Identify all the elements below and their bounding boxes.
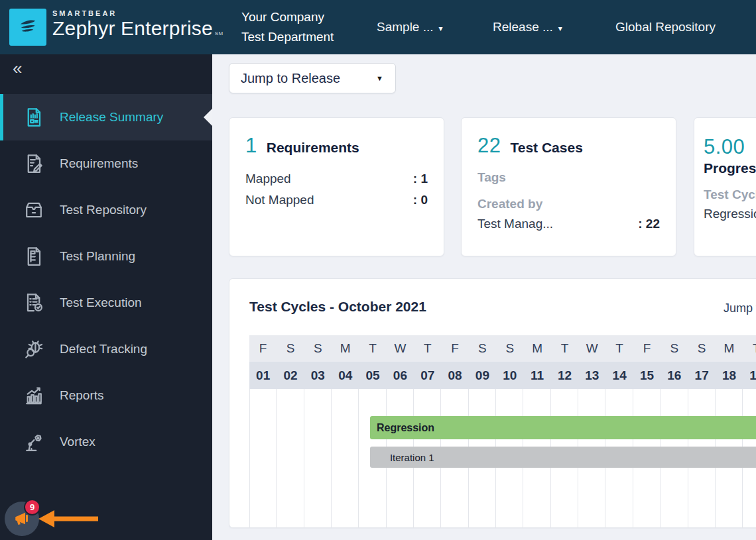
grid-column [304, 389, 332, 528]
jump-to-release-dropdown[interactable]: Jump to Release ▼ [229, 63, 396, 93]
day-number-cell: 13 [578, 362, 605, 389]
sidebar-item-label: Defect Tracking [60, 342, 147, 356]
nav-release-dropdown[interactable]: Release ... ▾ [493, 0, 562, 54]
requirements-card-title: Requirements [267, 140, 359, 156]
sidebar-item-test-planning[interactable]: Test Planning [0, 233, 212, 280]
day-number-cell: 05 [359, 362, 386, 389]
gantt-day-letters-row: FSSMTWTFSSMTWTFSSMT [249, 335, 756, 362]
sidebar-item-test-repository[interactable]: Test Repository [0, 187, 212, 233]
main-content: Jump to Release ▼ 1 Requirements Mapped … [212, 54, 756, 540]
day-number-cell: 18 [716, 362, 743, 389]
test-cases-card-title: Test Cases [510, 140, 582, 156]
day-letter-cell: M [332, 335, 359, 362]
day-letter-cell: S [496, 335, 523, 362]
day-letter-cell: S [688, 335, 716, 362]
day-letter-cell: F [249, 335, 277, 362]
mapped-label: Mapped [245, 168, 291, 189]
test-cycles-heading: Test Cycles [704, 186, 756, 204]
created-by-row: Test Manag... : 22 [477, 213, 660, 235]
sidebar-nav: Release SummaryRequirementsTest Reposito… [0, 94, 212, 465]
day-number-cell: 11 [523, 362, 550, 389]
test-planning-icon [22, 244, 46, 268]
org-line2: Test Department [241, 27, 334, 47]
sidebar-item-vortex[interactable]: Vortex [0, 419, 212, 465]
day-letter-cell: M [716, 335, 743, 362]
day-letter-cell: S [304, 335, 332, 362]
sidebar-item-defect-tracking[interactable]: Defect Tracking [0, 326, 212, 372]
zephyr-wing-icon [15, 15, 40, 40]
mapped-value: : 1 [413, 168, 428, 189]
day-letter-cell: T [743, 335, 756, 362]
grid-column [332, 389, 359, 528]
day-number-cell: 04 [332, 362, 359, 389]
jump-to-link[interactable]: Jump to [724, 301, 756, 315]
gantt-day-numbers-row: 01020304050607080910111213141516171819 [249, 362, 756, 389]
sidebar-item-label: Reports [60, 388, 104, 403]
progress-value: 5.00 [704, 135, 756, 159]
day-number-cell: 16 [661, 362, 688, 389]
mapped-row: Mapped : 1 [245, 168, 428, 189]
gantt-bar-iteration-1[interactable]: Iteration 1 [370, 447, 756, 468]
day-number-cell: 17 [688, 362, 716, 389]
org-line1: Your Company [241, 7, 334, 27]
sidebar-item-reports[interactable]: Reports [0, 372, 212, 419]
top-header: SMARTBEAR Zephyr EnterpriseSM Your Compa… [0, 0, 756, 54]
app-window: SMARTBEAR Zephyr EnterpriseSM Your Compa… [0, 0, 756, 540]
day-number-cell: 07 [414, 362, 441, 389]
day-letter-cell: T [359, 335, 386, 362]
test-repository-icon [22, 198, 46, 222]
brand-block: SMARTBEAR Zephyr EnterpriseSM [52, 9, 223, 45]
sidebar-collapse-button[interactable]: « [13, 60, 22, 77]
requirements-icon [22, 152, 46, 176]
progress-card-title: Progress [704, 160, 756, 176]
nav-sample-label: Sample ... [377, 20, 434, 34]
not-mapped-value: : 0 [413, 189, 428, 211]
day-number-cell: 19 [743, 362, 756, 389]
day-number-cell: 06 [387, 362, 414, 389]
reports-icon [22, 384, 46, 407]
day-number-cell: 12 [551, 362, 578, 389]
sidebar-item-label: Test Planning [60, 249, 135, 264]
gantt-calendar: FSSMTWTFSSMTWTFSSMT 01020304050607080910… [249, 335, 756, 528]
day-letter-cell: S [277, 335, 304, 362]
gantt-grid: RegressionIteration 1 [249, 389, 756, 528]
day-number-cell: 10 [496, 362, 523, 389]
brand-sm-mark: SM [215, 30, 223, 36]
nav-global-repository[interactable]: Global Repository [615, 0, 716, 54]
release-summary-icon [22, 105, 46, 129]
day-letter-cell: F [633, 335, 661, 362]
day-letter-cell: T [414, 335, 441, 362]
zephyr-logo[interactable] [9, 9, 46, 46]
chevron-down-icon: ▼ [376, 74, 383, 82]
sidebar-item-label: Test Repository [60, 203, 147, 217]
grid-column [249, 389, 277, 528]
day-number-cell: 02 [277, 362, 304, 389]
sidebar-item-release-summary[interactable]: Release Summary [0, 94, 212, 140]
day-number-cell: 14 [605, 362, 633, 389]
requirements-count: 1 [245, 134, 257, 158]
created-by-label: Test Manag... [477, 213, 553, 235]
grid-column [277, 389, 304, 528]
chevron-down-icon: ▾ [439, 22, 443, 33]
sidebar-item-test-execution[interactable]: Test Execution [0, 280, 212, 326]
test-cases-card: 22 Test Cases Tags Created by Test Manag… [461, 117, 676, 256]
day-number-cell: 01 [249, 362, 277, 389]
not-mapped-label: Not Mapped [245, 189, 314, 211]
org-block: Your Company Test Department [241, 7, 334, 47]
day-letter-cell: S [661, 335, 688, 362]
sidebar: « Release SummaryRequirementsTest Reposi… [0, 54, 212, 540]
nav-sample-dropdown[interactable]: Sample ... ▾ [377, 0, 443, 54]
gantt-bar-regression[interactable]: Regression [370, 416, 756, 439]
test-cases-count: 22 [477, 134, 501, 158]
brand-smartbear: SMARTBEAR [52, 9, 223, 17]
requirements-card: 1 Requirements Mapped : 1 Not Mapped : 0 [229, 117, 444, 256]
sidebar-item-label: Test Execution [60, 296, 142, 310]
nav-release-label: Release ... [493, 20, 553, 34]
test-cycles-title: Test Cycles - October 2021 [249, 299, 426, 315]
day-letter-cell: T [551, 335, 578, 362]
sidebar-item-requirements[interactable]: Requirements [0, 140, 212, 187]
chevron-down-icon: ▾ [558, 22, 562, 33]
day-letter-cell: W [387, 335, 414, 362]
jump-to-release-label: Jump to Release [241, 71, 340, 86]
created-by-heading: Created by [477, 195, 660, 213]
